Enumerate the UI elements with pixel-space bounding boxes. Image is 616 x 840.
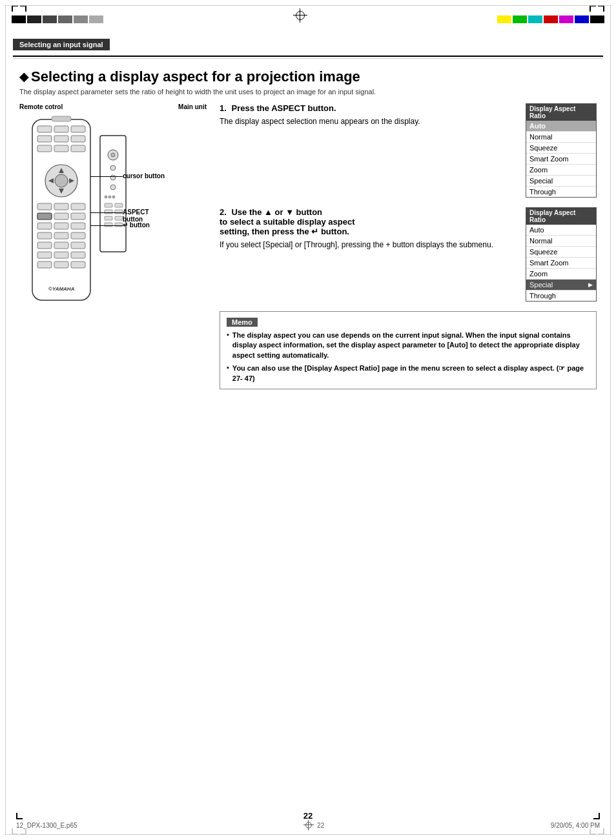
- black-swatch-6: [89, 15, 103, 23]
- black-swatch-4: [58, 15, 72, 23]
- svg-point-46: [108, 196, 111, 198]
- subtitle: The display aspect parameter sets the ra…: [19, 88, 597, 96]
- svg-rect-36: [71, 261, 85, 268]
- memo-title: Memo: [227, 318, 258, 327]
- svg-rect-18: [71, 203, 85, 210]
- page-number: 22: [303, 811, 313, 821]
- color-swatch-green: [513, 15, 527, 23]
- svg-rect-1: [37, 126, 52, 132]
- svg-point-47: [112, 196, 115, 198]
- main-unit-label: Main unit: [178, 103, 207, 110]
- svg-point-11: [55, 174, 68, 187]
- bottom-right-mark: [590, 828, 604, 835]
- svg-rect-53: [115, 216, 123, 220]
- svg-rect-52: [105, 216, 112, 220]
- footer-center: 22: [303, 820, 324, 830]
- color-swatch-cyan: [528, 15, 542, 23]
- svg-rect-30: [71, 242, 85, 249]
- svg-rect-20: [54, 213, 68, 220]
- svg-rect-55: [115, 223, 123, 227]
- step-1-title: Press the ASPECT button.: [231, 103, 336, 113]
- black-swatch-1: [12, 15, 26, 23]
- step-2: 2. Use the ▲ or ▼ buttonto select a suit…: [220, 207, 597, 302]
- svg-point-41: [111, 153, 115, 157]
- step-2-title: Use the ▲ or ▼ buttonto select a suitabl…: [220, 207, 355, 236]
- footer-left: 12_DPX-1300_E.p65: [16, 822, 77, 829]
- black-swatch-3: [43, 15, 57, 23]
- step-1: 1. Press the ASPECT button. The display …: [220, 103, 597, 198]
- memo-box: Memo • The display aspect you can use de…: [220, 311, 597, 389]
- memo-text-1: The display aspect you can use depends o…: [232, 331, 590, 360]
- memo-bullet-1: •: [227, 331, 229, 360]
- svg-point-44: [110, 185, 116, 190]
- color-swatch-yellow: [497, 15, 511, 23]
- svg-rect-27: [71, 232, 85, 239]
- svg-text:©YAMAHA: ©YAMAHA: [48, 286, 75, 292]
- black-swatch-5: [74, 15, 88, 23]
- svg-rect-29: [54, 242, 68, 249]
- svg-rect-35: [54, 261, 68, 268]
- svg-rect-22: [37, 223, 52, 229]
- step-2-num: 2.: [220, 207, 227, 217]
- svg-rect-32: [54, 252, 68, 258]
- svg-rect-49: [115, 203, 123, 207]
- section-header: Selecting an input signal: [13, 39, 110, 50]
- remote-label: Remote cotrol: [19, 103, 63, 110]
- color-swatch-magenta: [559, 15, 573, 23]
- color-swatch-red: [544, 15, 558, 23]
- footer-right: 9/20/05, 4:00 PM: [551, 822, 600, 829]
- svg-rect-9: [71, 145, 85, 152]
- svg-rect-31: [37, 252, 52, 258]
- bottom-left-mark: [12, 828, 26, 835]
- svg-rect-23: [54, 223, 68, 229]
- svg-rect-50: [105, 210, 112, 214]
- svg-rect-19: [37, 213, 52, 220]
- memo-text-2: You can also use the [Display Aspect Rat…: [232, 364, 590, 384]
- svg-rect-7: [37, 145, 52, 152]
- black-swatch-2: [27, 15, 41, 23]
- color-swatch-black: [590, 15, 604, 23]
- svg-rect-2: [54, 126, 68, 132]
- svg-rect-38: [52, 116, 71, 121]
- step-2-body: If you select [Special] or [Through], pr…: [220, 239, 520, 251]
- cursor-button-label: cursor button: [123, 172, 165, 179]
- enter-button-label: ↵ button: [123, 221, 150, 229]
- svg-rect-3: [71, 126, 85, 132]
- svg-rect-5: [54, 136, 68, 142]
- svg-point-45: [105, 196, 107, 198]
- aspect-menu-2: Display Aspect Ratio Auto Normal Squeeze…: [526, 207, 597, 302]
- aspect-button-label: ASPECTbutton: [123, 209, 149, 223]
- svg-rect-48: [105, 203, 112, 207]
- svg-rect-17: [54, 203, 68, 210]
- svg-rect-51: [115, 210, 123, 214]
- svg-rect-33: [71, 252, 85, 258]
- svg-point-42: [110, 165, 116, 170]
- aspect-menu-1: Display Aspect Ratio Auto Normal Squeeze…: [526, 103, 597, 198]
- svg-rect-16: [37, 203, 52, 210]
- crosshair-center: [293, 8, 307, 23]
- svg-rect-34: [37, 261, 52, 268]
- svg-rect-8: [54, 145, 68, 152]
- svg-rect-26: [54, 232, 68, 239]
- step-1-body: The display aspect selection menu appear…: [220, 116, 520, 127]
- svg-rect-24: [71, 223, 85, 229]
- memo-bullet-2: •: [227, 364, 229, 384]
- diamond-icon: ◆: [19, 70, 28, 84]
- page-title: ◆ Selecting a display aspect for a proje…: [19, 68, 597, 85]
- color-swatch-blue: [575, 15, 589, 23]
- step-1-num: 1.: [220, 103, 227, 113]
- svg-rect-4: [37, 136, 52, 142]
- svg-rect-6: [71, 136, 85, 142]
- svg-rect-21: [71, 213, 85, 220]
- svg-rect-28: [37, 242, 52, 249]
- svg-rect-54: [105, 223, 112, 227]
- remote-control-image: ©YAMAHA: [26, 116, 110, 331]
- svg-rect-25: [37, 232, 52, 239]
